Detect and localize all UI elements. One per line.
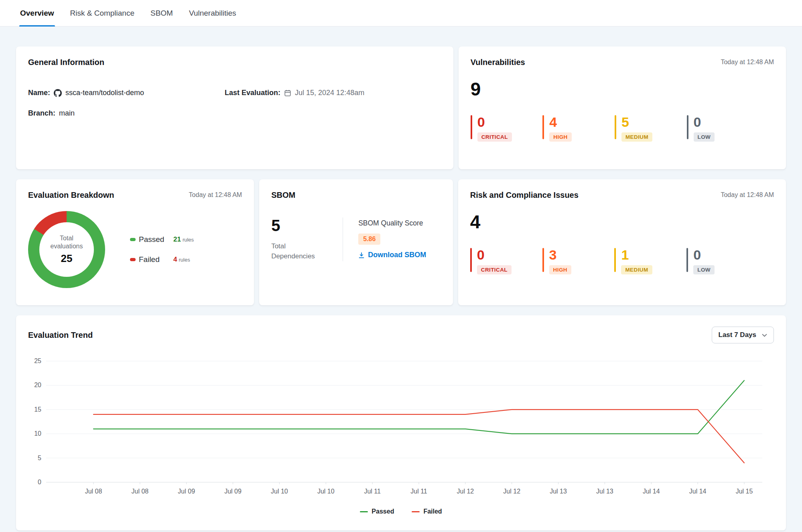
risk-compliance-timestamp: Today at 12:48 AM [721,191,774,199]
severity-item-low: 0 LOW [686,248,759,274]
severity-bar [686,248,688,272]
legend-count: 4rules [173,256,194,264]
severity-item-high: 4 HIGH [542,115,615,142]
trend-line-chart-svg: 0510152025Jul 08Jul 08Jul 09Jul 09Jul 10… [28,349,774,502]
last-evaluation-field: Last Evaluation: Jul 15, 2024 12:48am [225,89,441,97]
legend-count: 21rules [173,236,194,244]
sbom-quality-score-label: SBOM Quality Score [358,219,423,227]
svg-text:Jul 11: Jul 11 [410,488,427,495]
severity-bar [471,115,472,139]
donut-center-label: Total evaluations [51,234,83,250]
trend-legend-label: Failed [423,508,442,515]
evaluation-trend-card: Evaluation Trend Last 7 Days 0510152025J… [16,315,786,530]
download-sbom-link[interactable]: Download SBOM [358,251,426,259]
severity-item-critical: 0 CRITICAL [470,248,542,274]
legend-item-passed: Passed 21rules [130,235,194,244]
tab-sbom[interactable]: SBOM [150,0,174,26]
github-icon [54,89,62,97]
branch-field: Branch: main [28,109,441,118]
svg-text:5: 5 [38,455,41,461]
severity-badge: MEDIUM [621,265,652,274]
svg-text:Jul 10: Jul 10 [271,488,288,495]
passed-dot-icon [130,238,136,241]
severity-item-critical: 0 CRITICAL [471,115,543,142]
evaluations-donut-chart: Total evaluations 25 [28,211,105,288]
sbom-card: SBOM 5 Total Dependencies SBOM Quality S… [259,179,453,305]
trend-legend: Passed Failed [28,508,774,515]
last-evaluation-value: Jul 15, 2024 12:48am [295,89,364,97]
calendar-icon [284,89,291,97]
top-tab-bar: Overview Risk & Compliance SBOM Vulnerab… [0,0,802,26]
risk-compliance-title: Risk and Compliance Issues [470,191,579,200]
general-information-title: General Information [28,58,104,67]
severity-count: 3 [549,248,557,262]
severity-item-medium: 1 MEDIUM [614,248,686,274]
severity-count: 1 [621,248,629,262]
svg-text:Jul 09: Jul 09 [178,488,195,495]
legend-label: Passed [139,235,173,244]
risk-compliance-card: Risk and Compliance Issues Today at 12:4… [458,179,786,305]
severity-count: 0 [693,248,701,262]
evaluation-trend-title: Evaluation Trend [28,331,93,340]
svg-text:10: 10 [34,430,41,437]
severity-badge: LOW [694,132,715,142]
svg-text:Jul 08: Jul 08 [132,488,149,495]
svg-text:Jul 14: Jul 14 [643,488,660,495]
svg-text:20: 20 [34,382,41,388]
severity-item-high: 3 HIGH [542,248,615,274]
severity-item-medium: 5 MEDIUM [615,115,687,142]
vulnerabilities-title: Vulnerabilities [471,58,525,67]
severity-count: 0 [477,248,485,262]
evaluation-breakdown-card: Evaluation Breakdown Today at 12:48 AM T… [16,179,254,305]
legend-label: Failed [139,255,173,264]
vertical-divider [343,217,343,261]
total-dependencies-label: Total Dependencies [271,242,323,261]
severity-bar [615,115,616,139]
svg-text:15: 15 [34,406,41,413]
svg-text:Jul 15: Jul 15 [736,488,753,495]
severity-badge: CRITICAL [477,265,512,274]
vulnerabilities-card: Vulnerabilities Today at 12:48 AM 9 0 CR… [459,47,786,169]
vulnerabilities-total-count: 9 [471,80,774,98]
risk-compliance-total-count: 4 [470,213,774,231]
tab-risk-compliance[interactable]: Risk & Compliance [69,0,136,26]
sbom-title: SBOM [271,191,295,200]
download-icon [358,252,365,258]
date-range-dropdown[interactable]: Last 7 Days [712,327,774,343]
evaluation-breakdown-timestamp: Today at 12:48 AM [189,191,242,199]
severity-badge: HIGH [549,132,571,142]
svg-text:0: 0 [38,479,41,485]
total-dependencies-count: 5 [271,217,343,234]
severity-badge: LOW [693,265,715,274]
last-evaluation-label: Last Evaluation: [225,89,280,97]
trend-legend-failed: Failed [412,508,442,515]
donut-total-value: 25 [61,252,73,265]
failed-line-icon [412,511,420,512]
passed-line-icon [360,511,368,512]
trend-legend-passed: Passed [360,508,394,515]
repo-name-field: Name: ssca-team/todolist-demo [28,89,225,97]
failed-dot-icon [130,258,136,261]
svg-text:Jul 14: Jul 14 [689,488,707,495]
svg-text:Jul 12: Jul 12 [457,488,474,495]
severity-bar [542,115,544,139]
trend-legend-label: Passed [372,508,394,515]
severity-count: 0 [694,115,701,129]
dashboard-content: General Information Name: ssca-team/todo… [0,26,802,530]
severity-badge: MEDIUM [621,132,652,142]
risk-compliance-severity-breakdown: 0 CRITICAL 3 HIGH 1 MEDIUM [470,248,759,274]
chevron-down-icon [762,333,767,337]
tab-overview[interactable]: Overview [19,0,55,26]
sbom-quality-score-badge: 5.86 [358,234,380,245]
svg-text:Jul 09: Jul 09 [224,488,242,495]
severity-bar [687,115,688,139]
severity-bar [614,248,616,272]
severity-bar [470,248,472,272]
severity-badge: CRITICAL [477,132,512,142]
svg-text:25: 25 [34,357,41,364]
legend-item-failed: Failed 4rules [130,255,194,264]
severity-bar [542,248,544,272]
severity-count: 4 [549,115,557,129]
severity-count: 0 [477,115,485,129]
tab-vulnerabilities[interactable]: Vulnerabilities [188,0,237,26]
